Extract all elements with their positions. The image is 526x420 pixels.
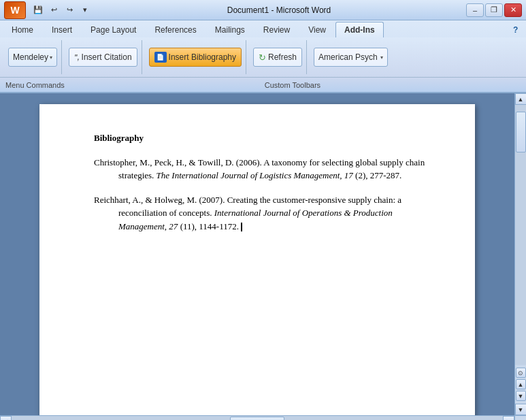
- insert-bibliography-button[interactable]: 📄 Insert Bibliography: [149, 48, 242, 67]
- scroll-up-btn[interactable]: ▲: [515, 93, 527, 105]
- ribbon: Home Insert Page Layout References Maili…: [0, 20, 526, 93]
- document-scroll-area: Bibliography Christopher, M., Peck, H., …: [0, 93, 514, 415]
- h-scroll-track[interactable]: [12, 416, 503, 420]
- document-page: Bibliography Christopher, M., Peck, H., …: [39, 104, 475, 415]
- tab-view[interactable]: View: [299, 22, 335, 37]
- tab-page-layout[interactable]: Page Layout: [82, 22, 145, 37]
- text-cursor: [241, 223, 242, 231]
- tab-help[interactable]: ?: [508, 22, 523, 37]
- undo-btn[interactable]: ↩: [47, 3, 61, 17]
- mendeley-label: Mendeley: [13, 52, 48, 62]
- mendeley-group: Mendeley ▾: [4, 40, 62, 74]
- scrollbar-corner: [514, 416, 526, 420]
- tab-add-ins[interactable]: Add-Ins: [335, 22, 384, 37]
- save-quick-btn[interactable]: 💾: [31, 3, 45, 17]
- refresh-group: ↻ Refresh: [249, 40, 307, 74]
- insert-bibliography-group: 📄 Insert Bibliography: [145, 40, 246, 74]
- scroll-mini-btns: ⊙ ▲ ▼: [516, 365, 526, 404]
- minimize-btn[interactable]: –: [466, 3, 484, 17]
- refresh-button[interactable]: ↻ Refresh: [253, 48, 302, 67]
- bibliography-heading: Bibliography: [94, 131, 427, 145]
- tab-bar: Home Insert Page Layout References Maili…: [0, 20, 526, 37]
- tab-insert[interactable]: Insert: [43, 22, 81, 37]
- scrollbar-track[interactable]: [515, 105, 526, 365]
- insert-bibliography-label: Insert Bibliography: [169, 52, 236, 62]
- insert-citation-label: Insert Citation: [82, 52, 132, 62]
- mendeley-arrow-icon: ▾: [50, 54, 52, 61]
- refresh-label: Refresh: [268, 52, 297, 62]
- bib-entry-2-after: (11), 1144-1172.: [178, 221, 241, 231]
- tab-home[interactable]: Home: [3, 22, 42, 37]
- scroll-select-btn[interactable]: ⊙: [516, 368, 526, 378]
- redo-btn[interactable]: ↪: [63, 3, 76, 17]
- bibliography-icon: 📄: [154, 52, 167, 63]
- h-scroll-thumb[interactable]: [230, 417, 284, 420]
- document-area: Bibliography Christopher, M., Peck, H., …: [0, 93, 526, 415]
- title-bar: W 💾 ↩ ↪ ▾ Document1 - Microsoft Word – ❐…: [0, 0, 526, 20]
- bib-entry-1-after: (2), 277-287.: [353, 170, 402, 180]
- office-logo: W: [10, 5, 19, 16]
- tab-references[interactable]: References: [146, 22, 205, 37]
- scroll-down-btn[interactable]: ▼: [515, 404, 527, 415]
- style-dropdown[interactable]: American Psych ▾: [314, 48, 388, 67]
- horizontal-scrollbar-area: ◄ ►: [0, 415, 526, 420]
- tab-review[interactable]: Review: [254, 22, 299, 37]
- title-bar-left: W 💾 ↩ ↪ ▾: [4, 1, 92, 19]
- close-btn[interactable]: ✕: [504, 3, 522, 17]
- office-button[interactable]: W: [4, 1, 26, 19]
- vertical-scrollbar: ▲ ⊙ ▲ ▼ ▼: [514, 93, 526, 415]
- menu-commands-label: Menu Commands: [5, 81, 65, 89]
- window-title: Document1 - Microsoft Word: [92, 5, 466, 15]
- citation-icon: ",: [74, 54, 80, 61]
- bib-entry-2: Reichhart, A., & Holweg, M. (2007). Crea…: [94, 193, 427, 233]
- style-group: American Psych ▾: [310, 40, 392, 74]
- scroll-prev-btn[interactable]: ▲: [516, 379, 526, 389]
- window-controls: – ❐ ✕: [466, 3, 522, 17]
- mendeley-button[interactable]: Mendeley ▾: [8, 48, 57, 67]
- scrollbar-thumb[interactable]: [516, 112, 526, 152]
- quick-access-toolbar: 💾 ↩ ↪ ▾: [31, 3, 92, 17]
- ribbon-content: Mendeley ▾ ", Insert Citation 📄 Insert B…: [0, 37, 526, 77]
- ribbon-footer-separator: Custom Toolbars: [65, 81, 521, 89]
- style-arrow-icon: ▾: [380, 54, 383, 61]
- style-label: American Psych: [318, 52, 378, 62]
- scroll-right-btn[interactable]: ►: [503, 416, 514, 421]
- tab-mailings[interactable]: Mailings: [206, 22, 254, 37]
- bib-entry-1: Christopher, M., Peck, H., & Towill, D. …: [94, 156, 427, 182]
- scroll-left-btn[interactable]: ◄: [0, 416, 12, 421]
- bib-entry-1-italic: The International Journal of Logistics M…: [157, 170, 353, 180]
- ribbon-footer: Menu Commands Custom Toolbars: [0, 77, 526, 92]
- refresh-icon: ↻: [259, 52, 266, 63]
- quick-access-more-btn[interactable]: ▾: [78, 3, 92, 17]
- insert-citation-button[interactable]: ", Insert Citation: [69, 48, 137, 67]
- horizontal-scrollbar: ◄ ►: [0, 416, 514, 420]
- insert-citation-group: ", Insert Citation: [65, 40, 142, 74]
- restore-btn[interactable]: ❐: [485, 3, 503, 17]
- scroll-next-btn[interactable]: ▼: [516, 391, 526, 401]
